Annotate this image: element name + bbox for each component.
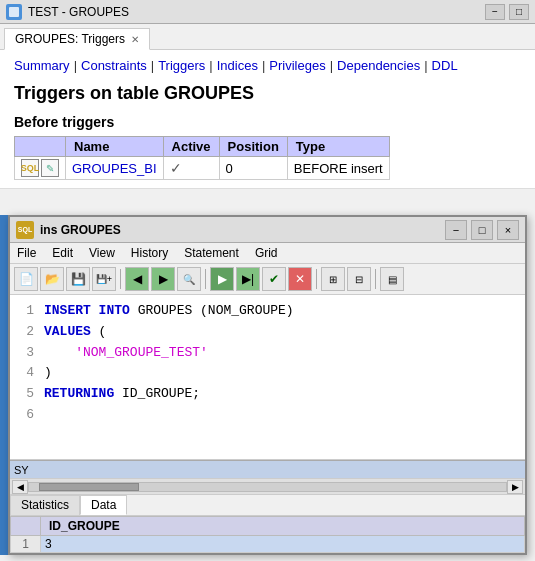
page-title: Triggers on table GROUPES (14, 83, 521, 104)
menu-history[interactable]: History (128, 245, 171, 261)
col-header-type: Type (287, 137, 389, 157)
toolbar-search-button[interactable]: 🔍 (177, 267, 201, 291)
nav-indices[interactable]: Indices (217, 58, 258, 73)
toolbar-sep-4 (375, 269, 376, 289)
code-editor[interactable]: 1 INSERT INTO GROUPES (NOM_GROUPE) 2 VAL… (10, 295, 525, 460)
col-header-active: Active (163, 137, 219, 157)
main-content: Summary | Constraints | Triggers | Indic… (0, 50, 535, 189)
toolbar-sep-2 (205, 269, 206, 289)
tab-close-button[interactable]: ✕ (131, 34, 139, 45)
code-line-1: 1 INSERT INTO GROUPES (NOM_GROUPE) (18, 301, 517, 322)
sql-statusbar: SY (10, 460, 525, 478)
grid-idgroupe-cell[interactable]: 3 (41, 536, 525, 553)
toolbar-layout-button[interactable]: ▤ (380, 267, 404, 291)
tab-statistics[interactable]: Statistics (10, 495, 80, 515)
tab-bar: GROUPES: Triggers ✕ (0, 24, 535, 50)
toolbar-sep-3 (316, 269, 317, 289)
trigger-name-link[interactable]: GROUPES_BI (72, 161, 157, 176)
menu-file[interactable]: File (14, 245, 39, 261)
scroll-track[interactable] (28, 482, 507, 492)
toolbar-new-button[interactable]: 📄 (14, 267, 38, 291)
toolbar-grid-button[interactable]: ⊞ (321, 267, 345, 291)
toolbar-saveas-button[interactable]: 💾+ (92, 267, 116, 291)
nav-triggers[interactable]: Triggers (158, 58, 205, 73)
trigger-name-cell: GROUPES_BI (66, 157, 164, 180)
toolbar-sep-1 (120, 269, 121, 289)
tab-label: GROUPES: Triggers (15, 32, 125, 46)
sql-window-controls: − □ × (445, 220, 519, 240)
code-line-2: 2 VALUES ( (18, 322, 517, 343)
sql-menubar: File Edit View History Statement Grid (10, 243, 525, 264)
grid-data-row: 1 3 (11, 536, 525, 553)
code-line-6: 6 (18, 405, 517, 426)
scroll-left-button[interactable]: ◀ (12, 480, 28, 494)
section-title: Before triggers (14, 114, 521, 130)
nav-constraints[interactable]: Constraints (81, 58, 147, 73)
nav-summary[interactable]: Summary (14, 58, 70, 73)
sql-window-icon: SQL (16, 221, 34, 239)
toolbar-stop-button[interactable]: ✕ (288, 267, 312, 291)
toolbar-check-button[interactable]: ✔ (262, 267, 286, 291)
window-controls: − □ (485, 4, 529, 20)
toolbar-grid2-button[interactable]: ⊟ (347, 267, 371, 291)
horizontal-scrollbar[interactable]: ◀ ▶ (10, 478, 525, 494)
sql-window-title: ins GROUPES (40, 223, 121, 237)
menu-statement[interactable]: Statement (181, 245, 242, 261)
grid-col-header-idgroupe: ID_GROUPE (41, 517, 525, 536)
code-line-4: 4 ) (18, 363, 517, 384)
sql-close-button[interactable]: × (497, 220, 519, 240)
toolbar-open-button[interactable]: 📂 (40, 267, 64, 291)
grid-rownum-cell: 1 (11, 536, 41, 553)
col-header-position: Position (219, 137, 287, 157)
maximize-button[interactable]: □ (509, 4, 529, 20)
bottom-tabs: Statistics Data (10, 494, 525, 515)
tab-groupes-triggers[interactable]: GROUPES: Triggers ✕ (4, 28, 150, 50)
nav-links: Summary | Constraints | Triggers | Indic… (14, 58, 521, 73)
code-line-5: 5 RETURNING ID_GROUPE; (18, 384, 517, 405)
nav-dependencies[interactable]: Dependencies (337, 58, 420, 73)
app-icon (6, 4, 22, 20)
minimize-button[interactable]: − (485, 4, 505, 20)
row-icon-sql[interactable]: SQL (21, 159, 39, 177)
menu-edit[interactable]: Edit (49, 245, 76, 261)
results-data-grid: ID_GROUPE 1 3 (10, 515, 525, 553)
trigger-position-cell: 0 (219, 157, 287, 180)
toolbar-run-button[interactable]: ▶ (210, 267, 234, 291)
status-text: SY (14, 464, 29, 476)
sql-minimize-button[interactable]: − (445, 220, 467, 240)
scroll-thumb[interactable] (39, 483, 139, 491)
nav-privileges[interactable]: Privileges (269, 58, 325, 73)
table-row: SQL ✎ GROUPES_BI ✓ 0 BEFORE insert (15, 157, 390, 180)
sql-toolbar: 📄 📂 💾 💾+ ◀ ▶ 🔍 ▶ ▶| ✔ ✕ ⊞ ⊟ ▤ (10, 264, 525, 295)
sql-editor-window: SQL ins GROUPES − □ × File Edit View His… (8, 215, 527, 555)
scroll-right-button[interactable]: ▶ (507, 480, 523, 494)
app-title: TEST - GROUPES (28, 5, 129, 19)
grid-rownum-header (11, 517, 41, 536)
trigger-type-cell: BEFORE insert (287, 157, 389, 180)
row-icon-edit[interactable]: ✎ (41, 159, 59, 177)
toolbar-save-button[interactable]: 💾 (66, 267, 90, 291)
toolbar-run-step-button[interactable]: ▶| (236, 267, 260, 291)
code-line-3: 3 'NOM_GROUPE_TEST' (18, 343, 517, 364)
title-bar: TEST - GROUPES − □ (0, 0, 535, 24)
active-checkmark: ✓ (170, 160, 182, 176)
tab-data[interactable]: Data (80, 495, 127, 515)
triggers-table: Name Active Position Type SQL ✎ (14, 136, 390, 180)
menu-view[interactable]: View (86, 245, 118, 261)
sql-title-bar: SQL ins GROUPES − □ × (10, 217, 525, 243)
left-indicator-bar (0, 215, 8, 555)
svg-rect-0 (9, 7, 19, 17)
row-icons-cell: SQL ✎ (15, 157, 66, 180)
col-header-icons (15, 137, 66, 157)
nav-ddl[interactable]: DDL (432, 58, 458, 73)
sql-maximize-button[interactable]: □ (471, 220, 493, 240)
menu-grid[interactable]: Grid (252, 245, 281, 261)
toolbar-redo-button[interactable]: ▶ (151, 267, 175, 291)
col-header-name: Name (66, 137, 164, 157)
toolbar-undo-button[interactable]: ◀ (125, 267, 149, 291)
trigger-active-cell: ✓ (163, 157, 219, 180)
